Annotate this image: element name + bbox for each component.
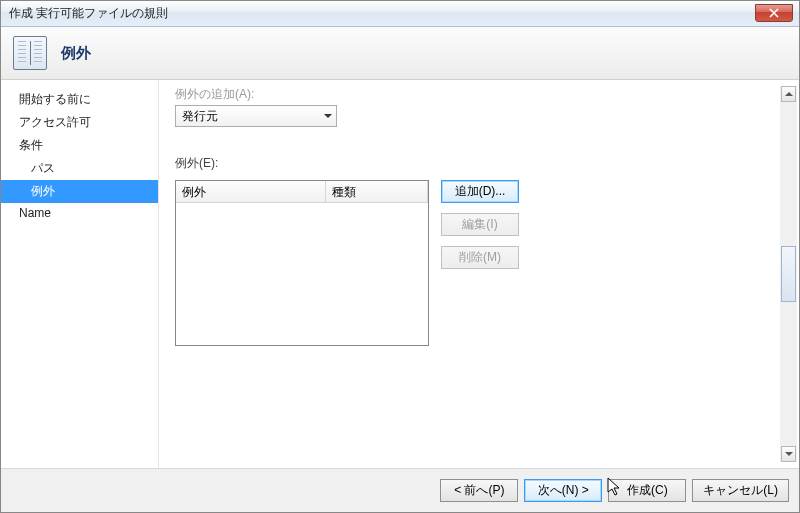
close-button[interactable] [755,4,793,22]
table-actions: 追加(D)... 編集(I) 削除(M) [441,180,519,346]
combo-value: 発行元 [182,108,218,125]
rule-icon [13,36,47,70]
sidebar-item-conditions[interactable]: 条件 [1,134,158,157]
content-scrollbar[interactable] [780,86,797,462]
table-col-type[interactable]: 種類 [326,181,428,202]
window-title: 作成 実行可能ファイルの規則 [9,5,168,22]
exceptions-list-label: 例外(E): [175,155,787,172]
scroll-down-button[interactable] [781,446,796,462]
sidebar-item-before-begin[interactable]: 開始する前に [1,88,158,111]
exception-type-combo[interactable]: 発行元 [175,105,337,127]
sidebar-item-path[interactable]: パス [1,157,158,180]
table-col-exception[interactable]: 例外 [176,181,326,202]
wizard-footer: < 前へ(P) 次へ(N) > 作成(C) キャンセル(L) [1,468,799,512]
chevron-down-icon [324,114,332,118]
add-button[interactable]: 追加(D)... [441,180,519,203]
sidebar-item-permissions[interactable]: アクセス許可 [1,111,158,134]
create-button[interactable]: 作成(C) [608,479,686,502]
scroll-thumb[interactable] [781,246,796,302]
page-title: 例外 [61,44,91,63]
scroll-up-button[interactable] [781,86,796,102]
table-header: 例外 種類 [176,181,428,203]
chevron-down-icon [785,452,793,456]
exceptions-table[interactable]: 例外 種類 [175,180,429,346]
title-bar: 作成 実行可能ファイルの規則 [1,1,799,27]
content-panel: 例外の追加(A): 発行元 例外(E): 例外 種類 追加(D)... 編集(I… [158,80,799,468]
wizard-sidebar: 開始する前に アクセス許可 条件 パス 例外 Name [1,80,158,468]
cancel-button[interactable]: キャンセル(L) [692,479,789,502]
sidebar-item-exceptions[interactable]: 例外 [1,180,158,203]
next-button[interactable]: 次へ(N) > [524,479,602,502]
chevron-up-icon [785,92,793,96]
body: 開始する前に アクセス許可 条件 パス 例外 Name 例外の追加(A): 発行… [1,80,799,468]
back-button[interactable]: < 前へ(P) [440,479,518,502]
page-header: 例外 [1,27,799,80]
remove-button: 削除(M) [441,246,519,269]
edit-button: 編集(I) [441,213,519,236]
sidebar-item-name[interactable]: Name [1,203,158,223]
close-icon [769,8,779,18]
add-exception-label: 例外の追加(A): [175,86,787,103]
